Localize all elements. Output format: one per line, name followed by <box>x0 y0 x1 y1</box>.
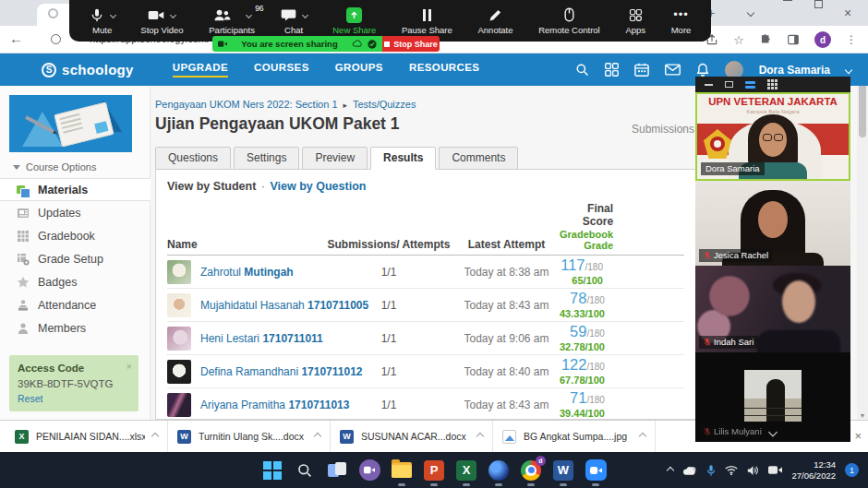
video-tile-jesica[interactable]: Jesica Rachel <box>695 181 850 266</box>
sidebar-item-gradebook[interactable]: Gradebook <box>0 224 151 247</box>
nav-courses[interactable]: COURSES <box>254 62 309 77</box>
security-check-icon[interactable] <box>368 40 377 49</box>
video-tile-indah[interactable]: Indah Sari <box>695 266 850 352</box>
attempts-cell: 1/1 <box>324 299 453 312</box>
tab-settings[interactable]: Settings <box>234 147 299 170</box>
view-by-student[interactable]: View by Student <box>167 180 256 193</box>
start-button[interactable] <box>261 459 283 482</box>
messages-icon[interactable] <box>665 64 681 76</box>
sidebar-item-members[interactable]: Members <box>0 316 151 339</box>
download-options-chevron-icon[interactable] <box>639 433 646 440</box>
page-scrollbar[interactable]: ▲ ▼ <box>857 54 868 420</box>
cloud-icon[interactable] <box>352 40 363 48</box>
user-name[interactable]: Dora Samaria <box>759 64 830 77</box>
download-item-jpg[interactable]: BG Angkat Sumpa....jpg <box>493 421 656 452</box>
notification-count-badge[interactable]: 1 <box>845 463 859 477</box>
video-options-chevron-icon[interactable] <box>170 11 176 18</box>
task-view-button[interactable] <box>326 459 348 482</box>
speaker-view-icon[interactable] <box>745 81 755 89</box>
scroll-down-icon[interactable]: ▼ <box>857 412 868 419</box>
mute-options-chevron-icon[interactable] <box>110 11 116 18</box>
sidebar-item-badges[interactable]: Badges <box>0 270 151 293</box>
tab-preview[interactable]: Preview <box>302 147 368 170</box>
access-code-reset-link[interactable]: Reset <box>18 393 130 404</box>
user-menu-chevron-icon[interactable] <box>845 65 852 73</box>
muted-mic-icon <box>704 427 711 436</box>
video-tile-lilis[interactable]: Lilis Mulyani <box>695 352 850 442</box>
globe-app-button[interactable] <box>488 459 510 482</box>
bookmark-star-icon[interactable]: ☆ <box>733 33 744 47</box>
reload-icon[interactable] <box>51 34 61 44</box>
nav-groups[interactable]: GROUPS <box>335 62 383 77</box>
tab-results[interactable]: Results <box>370 147 436 170</box>
breadcrumb-tests-link[interactable]: Tests/Quizzes <box>353 99 416 110</box>
nav-resources[interactable]: RESOURCES <box>409 62 479 77</box>
tray-expand-chevron-icon[interactable] <box>667 466 674 473</box>
download-options-chevron-icon[interactable] <box>476 433 484 440</box>
tab-questions[interactable]: Questions <box>155 147 231 170</box>
powerpoint-button[interactable]: P <box>423 459 445 482</box>
window-maximize-button[interactable] <box>814 0 823 8</box>
speaker-icon[interactable] <box>747 465 759 476</box>
system-clock[interactable]: 12:34 27/06/2022 <box>791 459 836 482</box>
app-grid-icon[interactable] <box>605 63 619 77</box>
collapse-videos-chevron-icon[interactable] <box>770 423 777 439</box>
course-options-dropdown[interactable]: Course Options <box>13 161 96 173</box>
student-name-link[interactable]: Heni Lestari 1710711011 <box>200 332 323 345</box>
calendar-icon[interactable] <box>634 63 649 77</box>
submissions-label[interactable]: Submissions <box>632 123 694 136</box>
notifications-bell-icon[interactable] <box>696 63 709 77</box>
side-panel-icon[interactable] <box>787 33 800 46</box>
search-icon[interactable] <box>575 63 589 77</box>
stop-video-button[interactable]: Stop Video <box>135 0 188 42</box>
tray-microphone-icon[interactable] <box>706 464 716 477</box>
gallery-view-icon[interactable] <box>767 79 778 89</box>
tab-comments[interactable]: Comments <box>439 147 518 170</box>
word-button[interactable]: W <box>552 459 574 482</box>
sidebar-item-updates[interactable]: Updates <box>0 201 151 224</box>
extensions-icon[interactable] <box>759 33 772 46</box>
window-minimize-button[interactable] <box>783 0 792 26</box>
remote-control-button[interactable]: Remote Control <box>533 0 606 42</box>
chat-options-chevron-icon[interactable] <box>302 11 308 18</box>
excel-button[interactable]: X <box>455 459 477 482</box>
access-code-close-icon[interactable]: × <box>127 361 132 372</box>
download-options-chevron-icon[interactable] <box>151 433 159 440</box>
sidebar-item-materials[interactable]: Materials <box>0 178 151 201</box>
muted-mic-icon <box>704 338 711 347</box>
nav-upgrade[interactable]: UPGRADE <box>173 62 228 77</box>
video-tile-dora[interactable]: UPN VETERAN JAKARTA Kampus Bela Negara D… <box>695 92 850 181</box>
download-item-docx[interactable]: W SUSUNAN ACAR...docx <box>331 421 493 452</box>
view-by-question-link[interactable]: View by Question <box>270 180 366 193</box>
back-button[interactable]: ← <box>9 30 23 46</box>
zoom-app-button[interactable] <box>585 459 607 482</box>
meet-app-button[interactable] <box>358 459 380 482</box>
downloads-bar-close-icon[interactable]: × <box>854 429 862 443</box>
schoology-logo[interactable]: S schoology <box>42 62 134 77</box>
browser-profile-avatar[interactable]: d <box>814 31 831 48</box>
sidebar-item-grade-setup[interactable]: Grade Setup <box>0 247 151 270</box>
weather-cloud-icon[interactable] <box>682 465 697 476</box>
wifi-icon[interactable] <box>725 465 738 475</box>
taskbar-search-button[interactable] <box>294 459 316 482</box>
download-options-chevron-icon[interactable] <box>314 433 321 440</box>
participants-options-chevron-icon[interactable] <box>246 11 252 18</box>
sidebar-item-attendance[interactable]: Attendance <box>0 293 151 316</box>
file-explorer-button[interactable] <box>391 459 413 482</box>
window-close-button[interactable]: × <box>844 0 851 26</box>
stop-share-button[interactable]: Stop Share <box>382 36 440 52</box>
tray-camera-icon[interactable] <box>768 465 782 475</box>
panel-restore-icon[interactable] <box>725 81 733 88</box>
download-item-docx[interactable]: W Turnitin Ulang Sk....docx <box>168 421 331 452</box>
download-item-xlsx[interactable]: X PENILAIAN SIDAN....xlsx <box>6 421 168 452</box>
chrome-button[interactable]: d <box>520 459 542 482</box>
panel-minimize-icon[interactable] <box>705 84 713 86</box>
more-button[interactable]: ••• More <box>666 0 697 42</box>
apps-button[interactable]: Apps <box>620 0 651 42</box>
annotate-button[interactable]: Annotate <box>472 0 518 42</box>
browser-menu-icon[interactable]: ⋮ <box>846 33 857 46</box>
student-name-link[interactable]: Zahrotul Mutingah <box>200 266 294 279</box>
tab-search-icon[interactable] <box>748 0 753 26</box>
mute-button[interactable]: Mute <box>84 0 121 42</box>
breadcrumb-course-link[interactable]: Pengayaan UKOM Ners 2022: Section 1 <box>155 99 338 110</box>
